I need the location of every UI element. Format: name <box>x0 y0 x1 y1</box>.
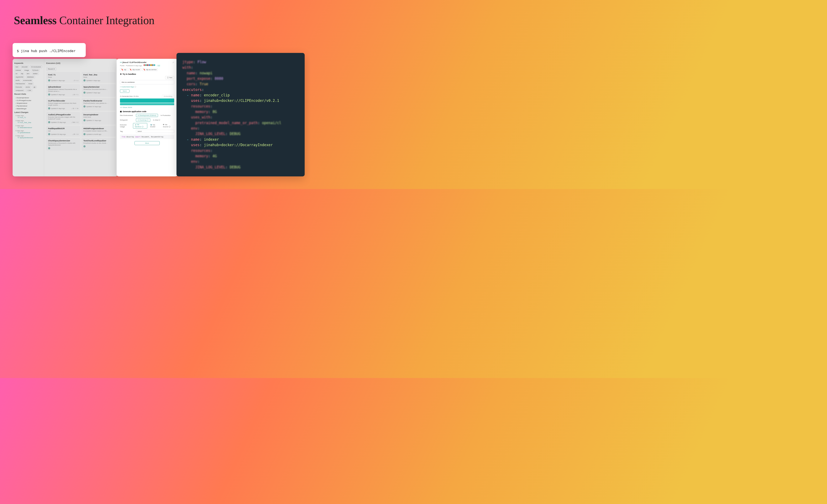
keyword-tag[interactable]: vector <box>25 86 32 88</box>
change-item[interactable]: ↻ Ford_T1 <box>14 116 42 118</box>
keyword-tag[interactable]: crossmodal <box>22 79 33 82</box>
dev-env-active[interactable]: In Development (Python) <box>136 114 158 117</box>
executor-name: Ford_T1 <box>48 74 79 76</box>
more-button[interactable]: More <box>135 141 160 145</box>
executor-updated: Updated 4 days ago <box>86 80 100 82</box>
recent-visit-item[interactable]: MatchMerger <box>14 107 42 110</box>
change-item[interactable]: ↻ Ford_Test_Jina <box>14 121 42 123</box>
keyword-tag[interactable]: + 164 <box>26 89 32 92</box>
keyword-tag[interactable]: en <box>14 72 19 75</box>
executor-name: HNSWPostgresIndexer <box>84 128 114 130</box>
executor-updated: Updated 17 days ago <box>86 119 101 121</box>
recent-visits-list: DocarrayIndexerCLIPImageEncoderSimpleInd… <box>14 96 42 110</box>
keyword-tag[interactable]: encoder <box>20 65 29 68</box>
detail-tag[interactable]: 🔖 clip-model <box>128 68 141 71</box>
keyword-tag[interactable]: PyTorch <box>31 69 40 71</box>
entrypoint-alt[interactable]: In Jina ⓘ <box>151 118 161 121</box>
sentence-input[interactable]: this is a sentence <box>120 80 174 85</box>
publish-line: Public · Published 6 days ago +20 <box>120 64 160 66</box>
keyword-tag[interactable]: image <box>23 69 30 71</box>
contributor-avatars <box>144 64 155 66</box>
executor-name: QdrantIndexer <box>48 86 79 88</box>
executor-name: DocarrayIndexer <box>84 114 114 116</box>
keyword-tag[interactable]: segmenter <box>14 75 25 78</box>
terminal-card: $ jina hub push ./CLIPEncoder <box>13 43 86 57</box>
executor-desc: A complete indexer based on HN… <box>84 130 114 132</box>
usage-docker[interactable]: 🐳 Via Docker <box>149 123 160 128</box>
change-item[interactable]: ↻ SpacySentencizer <box>14 137 42 139</box>
executor-card[interactable]: Ford_Test_JinaNoneUpdated 4 days ago <box>82 72 115 83</box>
executor-card[interactable]: PandocTextExtractorPanDocExtractor uses … <box>82 98 115 111</box>
change-item[interactable]: ↻ WeaviateIndexer <box>14 127 42 129</box>
executor-card[interactable]: Ford_T1NoneUpdated 4 days ago↓ 3 ☆ 1 <box>46 72 80 83</box>
detail-card: ••• jina-ai / CLIPTorchEncoder Public · … <box>116 59 178 177</box>
show-json-link[interactable]: </> Show JSON <box>120 106 174 108</box>
sandbox-icon: ⚙ <box>120 73 121 75</box>
keyword-list: textencoder3.0-exclusiveindexerimagePyTo… <box>14 65 42 92</box>
executor-card[interactable]: HNSWPostgresIndexerA complete indexer ba… <box>82 126 115 137</box>
keyword-tag[interactable]: audio <box>14 79 21 82</box>
yaml-line: resources: <box>182 104 299 109</box>
executor-name: TextChunkLevelEqualizer <box>84 140 114 142</box>
entrypoint-active[interactable]: In DocArray ⓘ <box>136 118 150 122</box>
change-time: 5 days ago <box>14 125 42 127</box>
keyword-tag[interactable]: clip <box>19 72 25 75</box>
keyword-tag[interactable]: ann <box>26 72 31 75</box>
keyword-tag[interactable]: FileSearcher <box>14 82 26 85</box>
yaml-line: - name: encoder_clip <box>182 92 299 98</box>
usage-sandbox[interactable]: ☁ Via Sandbox ⓘ <box>133 123 147 129</box>
keyword-tag[interactable]: hnsw <box>27 82 34 85</box>
yaml-line: memory: 4G <box>182 153 299 159</box>
tag-value[interactable]: latest <box>136 130 174 133</box>
yaml-line: memory: 8G <box>182 109 299 114</box>
executor-updated: Updated 5 days ago <box>51 94 65 96</box>
keyword-tag[interactable]: qa <box>32 86 37 88</box>
keyword-tag[interactable]: 3.0-exclusive <box>30 65 42 68</box>
executor-card[interactable]: DocarrayIndexerbrute forceUpdated 17 day… <box>82 112 115 124</box>
keyword-tag[interactable]: indexer <box>14 69 22 71</box>
executor-updated: Updated 4 days ago <box>51 80 65 82</box>
keyword-tag[interactable]: Executor <box>14 86 23 88</box>
dev-env-alt[interactable]: In Production <box>159 114 172 117</box>
embedding-viz-2 <box>120 103 174 105</box>
change-item[interactable]: ↻ QdrantIndexer <box>14 132 42 134</box>
executor-stats: ↓ 3 ☆ 1 <box>73 80 79 82</box>
executor-stats: ↓ 544 ☆ 2 <box>71 121 79 123</box>
keyword-tag[interactable]: text <box>14 65 19 68</box>
executor-card[interactable]: TextChunkLevelEqualizerPut all text chun… <box>82 138 115 151</box>
executor-stats: ↓ 25 ☆ 0 <box>72 133 79 135</box>
usage-source[interactable]: ✚ Via Source ⓘ <box>161 123 174 128</box>
embedding-pill[interactable]: Embedding <box>162 95 174 98</box>
code-snippet: from docarray import Document, DocumentA… <box>120 135 174 139</box>
executor-card[interactable]: CLIPTorchEncoderEmbed images and sentenc… <box>46 98 80 111</box>
executor-card[interactable]: ChunkSpacySentencizerSentencizes a Docum… <box>46 138 80 151</box>
detail-tag[interactable]: 🔖 clip-as-service <box>142 68 158 71</box>
executor-name: PandocTextExtractor <box>84 100 114 102</box>
executor-updated: Updated 14 days ago <box>86 106 101 107</box>
yaml-line: JINA_LOG_LEVEL: DEBUG <box>182 131 299 137</box>
executor-card[interactable]: PaddlepaddleOCRnullUpdated 20 days ago↓ … <box>46 126 80 137</box>
executor-updated: Updated 5 days ago <box>86 92 100 94</box>
customized-tags-link[interactable]: > Customized tags ⓘ <box>120 86 174 88</box>
code-icon: ▣ <box>120 110 122 112</box>
keyword-tag[interactable]: ranker <box>32 72 39 75</box>
recent-visit-item[interactable]: DocarrayIndexer <box>14 96 42 99</box>
executor-card[interactable]: QdrantIndexerQdrantIndexer indexes Docum… <box>46 84 80 97</box>
executor-stats: ↓ 23 ☆ 1 <box>72 94 79 96</box>
keyword-tag[interactable]: database <box>26 75 35 78</box>
detail-tag[interactable]: 🔖 clip <box>120 68 128 71</box>
executor-card[interactable]: AudioCLIPImageEncoderExecutor that encod… <box>46 112 80 124</box>
recent-visits-heading: Recent Visits <box>14 93 42 95</box>
recent-visit-item[interactable]: SimpleIndexer <box>14 102 42 105</box>
send-button[interactable]: Send <box>120 89 130 93</box>
expand-icon[interactable]: ⤢ <box>173 61 174 63</box>
sort-button[interactable]: Recent ▾ <box>46 67 56 71</box>
terminal-command: $ jina hub push ./CLIPEncoder <box>17 49 82 53</box>
plus-count: +20 <box>156 65 160 66</box>
text-pill[interactable]: ⓘ Text <box>165 76 174 79</box>
recent-visit-item[interactable]: CLIPImageEncoder <box>14 99 42 102</box>
yaml-line: name: nowapi <box>182 70 299 76</box>
keyword-tag[interactable]: compound <box>14 89 25 92</box>
recent-visit-item[interactable]: PQLiteIndexer <box>14 105 42 107</box>
executor-card[interactable]: SpacySentencizerSentencize Document text… <box>82 84 115 97</box>
